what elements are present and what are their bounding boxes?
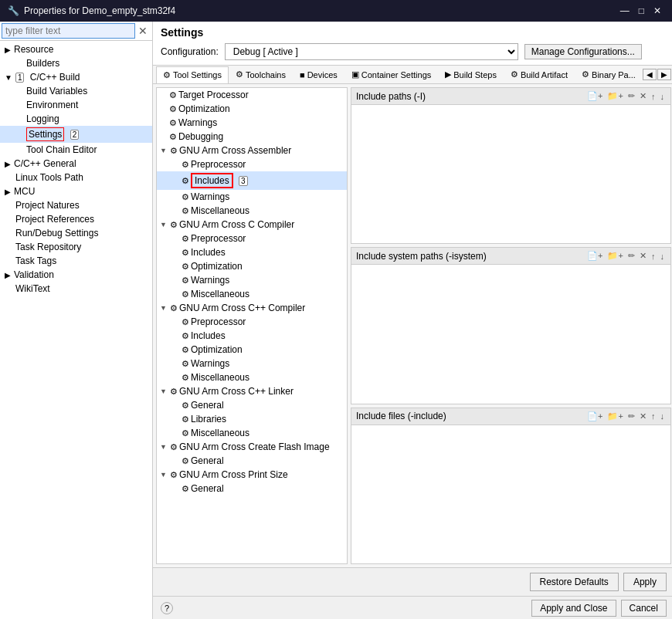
panel-tool-include-system-paths-3[interactable]: ✕ (638, 250, 648, 262)
panel-title-include-system-paths: Include system paths (-isystem) (356, 251, 487, 262)
tree-item-warnings-asm[interactable]: ⚙Warnings (157, 190, 347, 204)
panel-tool-include-system-paths-0[interactable]: 📄+ (585, 250, 604, 262)
tree-item-gnu-arm-c-compiler[interactable]: ▼⚙GNU Arm Cross C Compiler (157, 218, 347, 232)
tree-item-warnings-c[interactable]: ⚙Warnings (157, 273, 347, 287)
tab-devices[interactable]: ■Devices (293, 66, 344, 83)
config-label: Configuration: (161, 46, 219, 57)
tree-item-optimization-c[interactable]: ⚙Optimization (157, 259, 347, 273)
sidebar-item-c-cpp-build[interactable]: ▼1 C/C++ Build (0, 70, 152, 84)
tree-item-libraries[interactable]: ⚙Libraries (157, 412, 347, 426)
tabs-nav-back[interactable]: ◀ (643, 69, 657, 80)
sidebar-item-project-natures[interactable]: Project Natures (0, 198, 152, 212)
panel-tool-include-files-3[interactable]: ✕ (638, 411, 648, 422)
tab-toolchains[interactable]: ⚙Toolchains (229, 66, 293, 83)
sidebar-item-logging[interactable]: Logging (0, 112, 152, 126)
sidebar-item-project-references[interactable]: Project References (0, 212, 152, 226)
sidebar-item-build-variables[interactable]: Build Variables (0, 84, 152, 98)
panel-header-include-paths: Include paths (-I) 📄+📁+✏✕↑↓ (351, 88, 670, 105)
apply-button[interactable]: Apply (623, 573, 667, 591)
close-button[interactable]: ✕ (650, 5, 664, 16)
restore-defaults-button[interactable]: Restore Defaults (530, 573, 619, 591)
arrow-gnu-arm-cpp-linker: ▼ (160, 387, 167, 395)
tree-item-miscellaneous-cpp[interactable]: ⚙Miscellaneous (157, 370, 347, 384)
panel-tool-include-paths-4[interactable]: ↑ (650, 90, 657, 102)
sidebar-item-resource[interactable]: ▶Resource (0, 42, 152, 56)
sidebar-item-c-cpp-general[interactable]: ▶C/C++ General (0, 157, 152, 171)
panel-tool-include-paths-0[interactable]: 📄+ (585, 90, 604, 102)
tab-build-artifact[interactable]: ⚙Build Artifact (504, 66, 575, 83)
badge-settings: 2 (70, 130, 80, 140)
sidebar-item-mcu[interactable]: ▶MCU (0, 184, 152, 198)
tree-item-miscellaneous-asm[interactable]: ⚙Miscellaneous (157, 204, 347, 218)
panel-tool-include-files-4[interactable]: ↑ (650, 411, 657, 422)
tab-build-steps[interactable]: ▶Build Steps (438, 66, 504, 83)
tabs-nav-forward[interactable]: ▶ (657, 69, 671, 80)
sidebar-item-tool-chain-editor[interactable]: Tool Chain Editor (0, 143, 152, 157)
tab-container-settings[interactable]: ▣Container Settings (344, 66, 439, 83)
tree-item-gnu-arm-assembler[interactable]: ▼⚙GNU Arm Cross Assembler (157, 144, 347, 157)
sidebar-item-wikitext[interactable]: WikiText (0, 282, 152, 296)
panel-title-include-files: Include files (-include) (356, 411, 446, 421)
search-input[interactable] (2, 23, 135, 39)
tree-item-optimization-cpp[interactable]: ⚙Optimization (157, 343, 347, 357)
sidebar-label-tool-chain-editor: Tool Chain Editor (26, 144, 97, 155)
panel-tool-include-system-paths-1[interactable]: 📁+ (606, 250, 624, 262)
icon-general-linker: ⚙ (182, 401, 189, 411)
tree-label-preprocessor-c: Preprocessor (191, 233, 246, 244)
sidebar-item-validation[interactable]: ▶Validation (0, 268, 152, 282)
tree-item-debugging[interactable]: ⚙Debugging (157, 130, 347, 144)
tree-label-miscellaneous-c: Miscellaneous (191, 289, 249, 299)
sidebar-item-settings[interactable]: Settings 2 (0, 126, 152, 143)
sidebar-item-task-repository[interactable]: Task Repository (0, 240, 152, 254)
panel-tool-include-files-5[interactable]: ↓ (658, 411, 666, 422)
manage-configurations-button[interactable]: Manage Configurations... (524, 44, 642, 59)
sidebar-item-task-tags[interactable]: Task Tags (0, 254, 152, 268)
panel-tools-include-system-paths: 📄+📁+✏✕↑↓ (585, 250, 666, 262)
tree-item-includes-cpp[interactable]: ⚙Includes (157, 329, 347, 343)
help-icon[interactable]: ? (161, 602, 173, 614)
tree-item-preprocessor-c[interactable]: ⚙Preprocessor (157, 232, 347, 245)
panel-tool-include-files-2[interactable]: ✏ (626, 411, 636, 422)
panel-tool-include-system-paths-2[interactable]: ✏ (626, 250, 636, 262)
sidebar-item-environment[interactable]: Environment (0, 98, 152, 112)
search-clear-button[interactable]: ✕ (135, 25, 151, 37)
panel-tool-include-system-paths-5[interactable]: ↓ (658, 250, 666, 262)
tab-tool-settings[interactable]: ⚙Tool Settings (156, 66, 229, 84)
tree-item-gnu-arm-cpp-linker[interactable]: ▼⚙GNU Arm Cross C++ Linker (157, 384, 347, 398)
tree-item-miscellaneous-c[interactable]: ⚙Miscellaneous (157, 287, 347, 301)
settings-header: Settings Configuration: Debug [ Active ]… (153, 22, 672, 66)
panel-tool-include-paths-3[interactable]: ✕ (638, 90, 648, 102)
tree-item-optimization[interactable]: ⚙Optimization (157, 102, 347, 116)
config-select[interactable]: Debug [ Active ] (225, 43, 518, 60)
sidebar-item-linux-tools-path[interactable]: Linux Tools Path (0, 171, 152, 184)
tree-item-miscellaneous-linker[interactable]: ⚙Miscellaneous (157, 426, 347, 440)
panel-tool-include-files-0[interactable]: 📄+ (585, 411, 604, 422)
minimize-button[interactable]: — (617, 5, 633, 16)
tree-item-warnings-cpp[interactable]: ⚙Warnings (157, 357, 347, 370)
apply-close-button[interactable]: Apply and Close (531, 600, 616, 617)
tree-item-preprocessor-cpp[interactable]: ⚙Preprocessor (157, 315, 347, 329)
tree-item-general-linker[interactable]: ⚙General (157, 398, 347, 412)
tree-item-gnu-arm-cpp-compiler[interactable]: ▼⚙GNU Arm Cross C++ Compiler (157, 301, 347, 315)
maximize-button[interactable]: □ (636, 5, 647, 16)
panel-tool-include-paths-5[interactable]: ↓ (658, 90, 666, 102)
panel-tool-include-system-paths-4[interactable]: ↑ (650, 250, 657, 262)
tree-item-gnu-arm-print-size[interactable]: ▼⚙GNU Arm Cross Print Size (157, 468, 347, 482)
tree-item-preprocessor[interactable]: ⚙Preprocessor (157, 157, 347, 171)
panel-header-include-files: Include files (-include) 📄+📁+✏✕↑↓ (351, 408, 670, 425)
sidebar-item-run-debug-settings[interactable]: Run/Debug Settings (0, 226, 152, 240)
tree-item-warnings[interactable]: ⚙Warnings (157, 116, 347, 130)
tab-binary-pa[interactable]: ⚙Binary Pa... (575, 66, 643, 83)
cancel-button[interactable]: Cancel (621, 600, 667, 617)
tree-item-includes[interactable]: ⚙Includes 3 (157, 171, 347, 190)
tree-item-gnu-arm-flash[interactable]: ▼⚙GNU Arm Cross Create Flash Image (157, 440, 347, 454)
tree-item-general-flash[interactable]: ⚙General (157, 454, 347, 468)
panel-tool-include-paths-1[interactable]: 📁+ (606, 90, 624, 102)
panel-tool-include-files-1[interactable]: 📁+ (606, 411, 624, 422)
panel-tool-include-paths-2[interactable]: ✏ (626, 90, 636, 102)
sidebar-item-builders[interactable]: Builders (0, 56, 152, 70)
arrow-gnu-arm-c-compiler: ▼ (160, 221, 167, 228)
tree-item-includes-c[interactable]: ⚙Includes (157, 245, 347, 259)
tree-item-target-processor[interactable]: ⚙Target Processor (157, 88, 347, 102)
tree-item-general-print[interactable]: ⚙General (157, 482, 347, 496)
